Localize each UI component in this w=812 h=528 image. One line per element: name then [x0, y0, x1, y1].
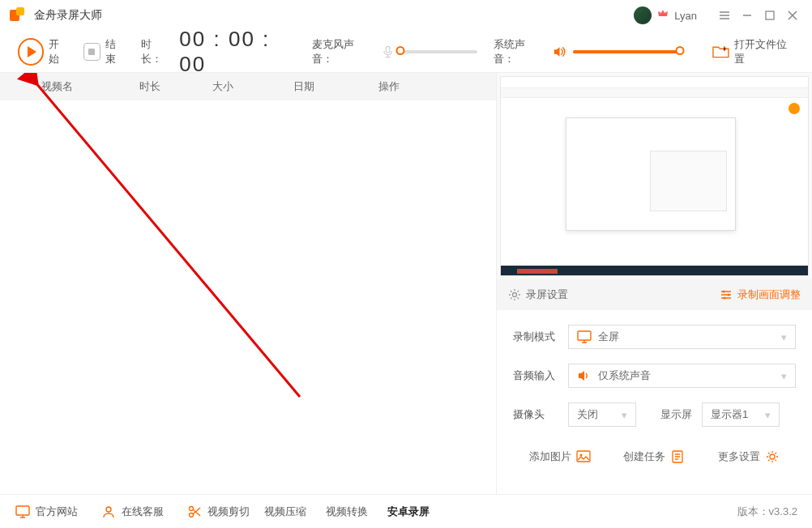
svg-point-11	[770, 454, 775, 459]
add-image-label: 添加图片	[529, 449, 571, 464]
more-settings-label: 更多设置	[718, 449, 760, 464]
mic-volume-slider[interactable]	[400, 50, 477, 53]
monitor-icon	[577, 330, 592, 344]
svg-point-9	[580, 454, 583, 457]
add-image-button[interactable]: 添加图片	[529, 449, 591, 464]
svg-point-14	[190, 506, 194, 510]
recordings-panel: 视频名 时长 大小 日期 操作	[0, 73, 496, 494]
th-name: 视频名	[0, 79, 113, 94]
version-label: 版本：	[737, 505, 769, 517]
preview-area	[497, 73, 812, 279]
audio-input-label: 音频输入	[513, 368, 568, 383]
service-label: 在线客服	[122, 505, 164, 519]
official-label: 官方网站	[36, 505, 78, 519]
screen-preview	[500, 76, 809, 276]
camera-select[interactable]: 关闭 ▾	[568, 402, 636, 427]
microphone-icon	[382, 45, 394, 58]
system-volume-slider[interactable]	[573, 50, 680, 53]
video-cut-label: 视频剪切	[207, 505, 250, 519]
more-settings-button[interactable]: 更多设置	[718, 449, 780, 464]
th-size: 大小	[186, 79, 259, 94]
app-logo-icon	[8, 6, 28, 25]
scissors-icon	[186, 504, 203, 520]
timer-display: 00 : 00 : 00	[179, 27, 297, 77]
table-body	[0, 100, 496, 494]
play-icon	[28, 46, 36, 57]
camera-value: 关闭	[577, 407, 598, 422]
video-convert-link[interactable]: 视频转换	[326, 505, 368, 519]
display-select[interactable]: 显示器1 ▾	[702, 402, 780, 427]
task-icon	[670, 449, 685, 464]
svg-rect-7	[578, 331, 591, 340]
svg-rect-12	[16, 506, 29, 515]
svg-point-4	[723, 291, 725, 293]
adjust-label: 录制画面调整	[737, 287, 801, 302]
user-avatar[interactable]	[634, 6, 652, 24]
display-value: 显示器1	[711, 407, 748, 422]
maximize-button[interactable]	[759, 4, 781, 27]
speaker-icon	[553, 45, 566, 59]
official-site-link[interactable]: 官方网站	[15, 504, 78, 520]
folder-icon	[712, 45, 729, 59]
th-action: 操作	[348, 79, 430, 94]
speaker-small-icon	[577, 368, 592, 383]
adjust-screen-link[interactable]: 录制画面调整	[720, 287, 801, 302]
app-title: 金舟录屏大师	[34, 8, 102, 23]
sliders-icon	[720, 288, 733, 301]
vip-badge-icon	[656, 10, 669, 21]
stop-icon	[88, 49, 95, 55]
menu-button[interactable]	[713, 4, 736, 27]
settings-gear-icon	[765, 449, 780, 464]
toolbar: 开始 结束 时长： 00 : 00 : 00 麦克风声音： 系统声音： 打开文件…	[0, 31, 812, 73]
headset-icon	[100, 504, 117, 520]
gear-icon	[508, 288, 521, 301]
android-record-link[interactable]: 安卓录屏	[387, 505, 430, 519]
audio-input-select[interactable]: 仅系统声音 ▾	[568, 364, 796, 388]
create-task-button[interactable]: 创建任务	[623, 449, 685, 464]
svg-point-15	[190, 513, 194, 517]
table-header: 视频名 时长 大小 日期 操作	[0, 73, 496, 100]
footer: 官方网站 在线客服 视频剪切 视频压缩 视频转换 安卓录屏 版本：v3.3.2	[0, 494, 812, 528]
start-record-button[interactable]	[18, 38, 44, 66]
image-icon	[576, 449, 591, 464]
record-mode-value: 全屏	[598, 330, 619, 344]
record-mode-label: 录制模式	[513, 330, 568, 344]
open-folder-button[interactable]: 打开文件位置	[734, 37, 794, 66]
th-date: 日期	[259, 79, 348, 94]
end-label: 结束	[105, 37, 126, 66]
create-task-label: 创建任务	[623, 449, 665, 464]
close-button[interactable]	[781, 4, 804, 27]
record-mode-select[interactable]: 全屏 ▾	[568, 325, 796, 349]
chevron-down-icon: ▾	[781, 331, 787, 343]
duration-label: 时长：	[141, 37, 171, 66]
username-label[interactable]: Lyan	[674, 10, 697, 22]
title-bar: 金舟录屏大师 Lyan	[0, 0, 812, 31]
svg-rect-8	[577, 451, 590, 462]
minimize-button[interactable]	[736, 4, 759, 27]
chevron-down-icon: ▾	[765, 409, 771, 421]
camera-label: 摄像头	[513, 407, 568, 422]
svg-rect-1	[386, 46, 390, 53]
stop-record-button[interactable]	[83, 43, 100, 61]
settings-title: 录屏设置	[526, 287, 568, 302]
mic-label: 麦克风声音：	[312, 37, 372, 66]
video-compress-link[interactable]: 视频压缩	[264, 505, 306, 519]
chevron-down-icon: ▾	[622, 409, 627, 421]
system-audio-label: 系统声音：	[494, 37, 543, 66]
chevron-down-icon: ▾	[781, 370, 787, 382]
svg-point-3	[513, 293, 517, 297]
version-value: v3.3.2	[769, 505, 797, 517]
display-label: 显示屏	[660, 407, 692, 422]
start-label: 开始	[49, 37, 69, 66]
version-info: 版本：v3.3.2	[737, 505, 797, 519]
customer-service-link[interactable]: 在线客服	[100, 504, 164, 520]
svg-rect-0	[766, 11, 774, 19]
audio-input-value: 仅系统声音	[598, 368, 651, 383]
th-duration: 时长	[113, 79, 186, 94]
video-cut-link[interactable]: 视频剪切	[186, 504, 250, 520]
svg-point-6	[724, 297, 726, 300]
svg-point-13	[106, 507, 111, 512]
svg-point-5	[728, 294, 730, 296]
settings-header: 录屏设置 录制画面调整	[497, 279, 812, 310]
settings-panel: 录屏设置 录制画面调整 录制模式 全屏 ▾ 音频输入 仅系统声音	[496, 73, 812, 494]
